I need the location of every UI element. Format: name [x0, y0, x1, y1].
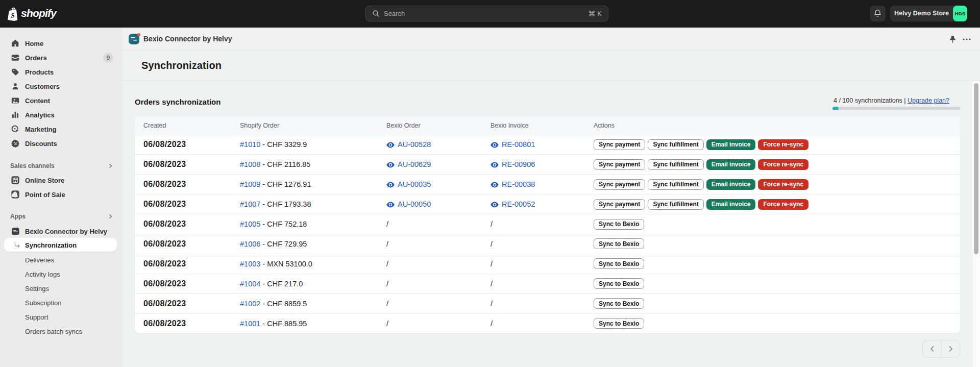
svg-text:S: S	[11, 11, 15, 19]
